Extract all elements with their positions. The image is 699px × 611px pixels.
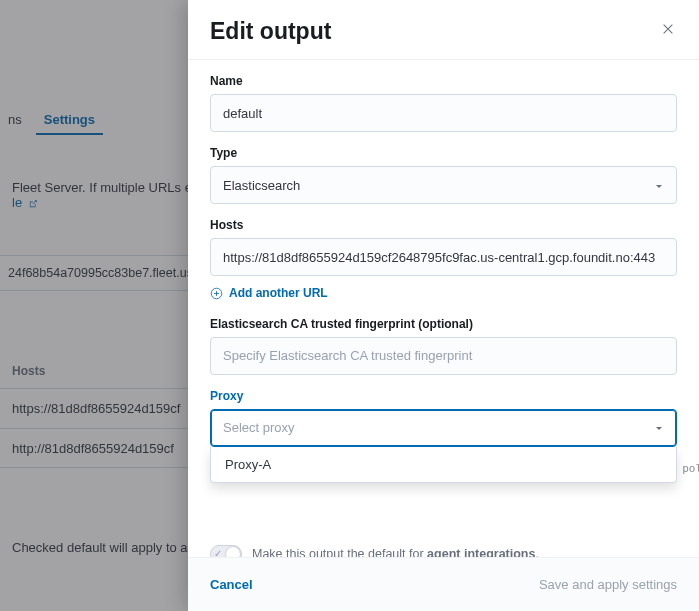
fingerprint-label: Elasticsearch CA trusted fingerprint (op… xyxy=(210,317,677,331)
toggle1-pre: Make this output the default for xyxy=(252,547,427,558)
name-input[interactable] xyxy=(210,94,677,132)
plus-circle-icon xyxy=(210,287,223,300)
toggle1-bold: agent integrations xyxy=(427,547,535,558)
toggle-agent-integrations-row: ✓ Make this output the default for agent… xyxy=(210,545,677,558)
type-select[interactable] xyxy=(210,166,677,204)
toggle-agent-integrations[interactable]: ✓ xyxy=(210,545,242,558)
name-label: Name xyxy=(210,74,677,88)
hosts-label: Hosts xyxy=(210,218,677,232)
cancel-button[interactable]: Cancel xyxy=(210,577,253,592)
proxy-label: Proxy xyxy=(210,389,677,403)
toggle-knob xyxy=(226,547,240,558)
proxy-group: Proxy xyxy=(210,389,677,447)
add-url-label: Add another URL xyxy=(229,286,328,300)
toggle1-text: Make this output the default for agent i… xyxy=(252,547,539,558)
check-icon: ✓ xyxy=(214,548,222,558)
name-group: Name xyxy=(210,74,677,132)
type-label: Type xyxy=(210,146,677,160)
toggle1-post: . xyxy=(535,547,538,558)
type-select-wrap xyxy=(210,166,677,204)
flyout-header: Edit output xyxy=(188,0,699,60)
proxy-select[interactable] xyxy=(210,409,677,447)
add-another-url-button[interactable]: Add another URL xyxy=(210,286,328,300)
save-and-apply-button[interactable]: Save and apply settings xyxy=(539,577,677,592)
fingerprint-input[interactable] xyxy=(210,337,677,375)
flyout-title: Edit output xyxy=(210,18,331,45)
close-button[interactable] xyxy=(659,18,677,38)
type-group: Type xyxy=(210,146,677,204)
proxy-select-wrap xyxy=(210,409,677,447)
hosts-input[interactable] xyxy=(210,238,677,276)
close-icon xyxy=(661,22,675,36)
flyout-body: Name Type Hosts Add another URL Elastics… xyxy=(188,60,699,557)
fingerprint-group: Elasticsearch CA trusted fingerprint (op… xyxy=(210,317,677,375)
edit-output-flyout: Edit output Name Type Hosts Add another xyxy=(188,0,699,611)
hosts-group: Hosts Add another URL xyxy=(210,218,677,303)
flyout-footer: Cancel Save and apply settings xyxy=(188,557,699,611)
proxy-dropdown: Proxy-A xyxy=(210,447,677,483)
proxy-option-a[interactable]: Proxy-A xyxy=(211,447,676,482)
